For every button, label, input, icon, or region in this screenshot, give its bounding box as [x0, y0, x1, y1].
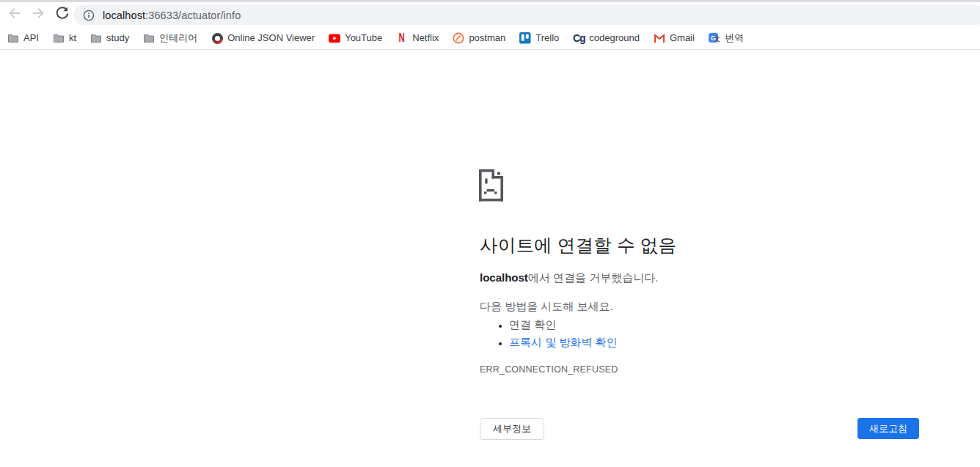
browser-toolbar: localhost:36633/actuator/info	[0, 2, 980, 27]
error-title: 사이트에 연결할 수 없음	[480, 233, 935, 257]
bookmark-label: Gmail	[670, 32, 695, 44]
bookmark-label: Netflix	[412, 32, 439, 44]
folder-icon	[90, 32, 102, 44]
bookmark-trello[interactable]: Trello	[519, 32, 559, 44]
folder-icon	[143, 32, 155, 44]
bookmark-label: Trello	[535, 32, 559, 44]
bookmark-folder-api[interactable]: API	[7, 32, 39, 44]
bookmark-gmail[interactable]: Gmail	[654, 32, 695, 44]
postman-icon	[453, 32, 464, 44]
reload-button[interactable]	[51, 4, 72, 25]
site-info-icon[interactable]	[83, 10, 95, 21]
bookmark-label: codeground	[589, 32, 640, 44]
url-path: :36633/actuator/info	[145, 10, 241, 21]
bookmark-label: YouTube	[345, 32, 382, 44]
folder-icon	[7, 32, 19, 44]
url-host: localhost	[103, 10, 145, 21]
toolbar-divider	[0, 49, 980, 50]
youtube-icon	[329, 32, 340, 44]
suggestion-check-proxy-firewall: 프록시 및 방화벽 확인	[509, 334, 935, 351]
bookmark-netflix[interactable]: N Netflix	[396, 32, 439, 44]
bookmark-label: 번역	[725, 32, 744, 44]
trello-icon	[519, 32, 531, 44]
bookmark-label: 인테리어	[159, 32, 197, 44]
url-text: localhost:36633/actuator/info	[103, 10, 241, 21]
address-bar[interactable]: localhost:36633/actuator/info	[73, 5, 980, 25]
error-message-rest: 에서 연결을 거부했습니다.	[528, 271, 659, 284]
bookmark-youtube[interactable]: YouTube	[329, 32, 382, 44]
bookmark-online-json-viewer[interactable]: Online JSON Viewer	[211, 32, 315, 44]
bookmark-label: API	[23, 32, 39, 44]
suggestions-intro: 다음 방법을 시도해 보세요.	[480, 300, 935, 314]
error-code: ERR_CONNECTION_REFUSED	[480, 364, 618, 375]
bookmarks-bar: API kt study 인테리어 Online JSON Viewer You…	[0, 27, 980, 49]
bookmark-folder-study[interactable]: study	[90, 32, 129, 44]
bookmark-label: kt	[69, 32, 76, 44]
bookmark-postman[interactable]: postman	[453, 32, 505, 44]
bookmark-codeground[interactable]: Cg codeground	[573, 32, 640, 44]
netflix-icon: N	[396, 32, 408, 44]
bookmark-label: study	[106, 32, 129, 44]
json-viewer-icon	[211, 32, 223, 44]
forward-arrow-icon	[30, 5, 46, 24]
bookmark-label: postman	[469, 32, 505, 44]
suggestions-list: 연결 확인 프록시 및 방화벽 확인	[480, 316, 935, 351]
reload-page-button[interactable]: 새로고침	[858, 418, 919, 439]
bookmark-folder-kt[interactable]: kt	[53, 32, 76, 44]
folder-icon	[53, 32, 65, 44]
suggestion-check-connection: 연결 확인	[509, 316, 935, 334]
proxy-firewall-link[interactable]: 프록시 및 방화벽 확인	[509, 336, 618, 348]
gmail-icon	[654, 32, 665, 44]
sad-page-icon	[479, 169, 503, 205]
error-message: localhost에서 연결을 거부했습니다.	[480, 271, 935, 285]
forward-button[interactable]	[28, 4, 48, 25]
translate-icon: G文	[709, 32, 720, 44]
bookmark-label: Online JSON Viewer	[227, 32, 315, 44]
bookmark-translate[interactable]: G文 번역	[709, 32, 744, 44]
details-button[interactable]: 세부정보	[480, 418, 544, 440]
back-arrow-icon	[7, 5, 23, 24]
codeground-icon: Cg	[573, 32, 585, 44]
reload-icon	[54, 6, 70, 24]
back-button[interactable]	[4, 4, 25, 25]
error-host: localhost	[480, 271, 528, 284]
bookmark-folder-interior[interactable]: 인테리어	[143, 32, 197, 44]
